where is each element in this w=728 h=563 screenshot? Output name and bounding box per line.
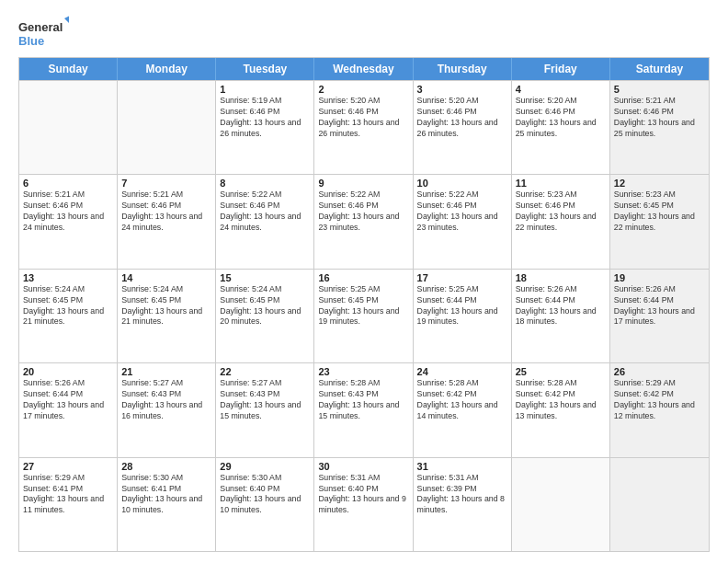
header-friday: Friday: [512, 58, 610, 80]
day-number: 14: [121, 272, 211, 283]
cal-cell-4-2: 29Sunrise: 5:30 AM Sunset: 6:40 PM Dayli…: [216, 458, 314, 551]
cal-cell-3-3: 23Sunrise: 5:28 AM Sunset: 6:43 PM Dayli…: [314, 363, 413, 456]
day-number: 26: [614, 366, 705, 377]
cal-cell-2-5: 18Sunrise: 5:26 AM Sunset: 6:44 PM Dayli…: [512, 270, 610, 362]
day-info: Sunrise: 5:22 AM Sunset: 6:46 PM Dayligh…: [220, 190, 310, 234]
cal-cell-0-4: 3Sunrise: 5:20 AM Sunset: 6:46 PM Daylig…: [414, 81, 512, 174]
day-info: Sunrise: 5:30 AM Sunset: 6:40 PM Dayligh…: [220, 473, 310, 517]
cal-cell-1-2: 8Sunrise: 5:22 AM Sunset: 6:46 PM Daylig…: [216, 175, 314, 268]
day-number: 27: [23, 461, 113, 472]
week-row-2: 6Sunrise: 5:21 AM Sunset: 6:46 PM Daylig…: [19, 174, 709, 268]
cal-cell-1-4: 10Sunrise: 5:22 AM Sunset: 6:46 PM Dayli…: [414, 175, 512, 268]
day-number: 15: [220, 272, 310, 283]
day-number: 8: [220, 178, 310, 189]
page: General Blue SundayMondayTuesdayWednesda…: [0, 0, 728, 563]
day-number: 24: [417, 366, 507, 377]
cal-cell-2-4: 17Sunrise: 5:25 AM Sunset: 6:44 PM Dayli…: [414, 270, 512, 362]
day-info: Sunrise: 5:26 AM Sunset: 6:44 PM Dayligh…: [516, 284, 606, 328]
day-info: Sunrise: 5:28 AM Sunset: 6:43 PM Dayligh…: [318, 378, 408, 422]
cal-cell-2-6: 19Sunrise: 5:26 AM Sunset: 6:44 PM Dayli…: [610, 270, 709, 362]
cal-cell-1-1: 7Sunrise: 5:21 AM Sunset: 6:46 PM Daylig…: [118, 175, 216, 268]
day-number: 1: [220, 84, 310, 95]
cal-cell-0-0: [19, 81, 118, 174]
cal-cell-4-0: 27Sunrise: 5:29 AM Sunset: 6:41 PM Dayli…: [19, 458, 118, 551]
cal-cell-4-6: [610, 458, 709, 551]
day-info: Sunrise: 5:20 AM Sunset: 6:46 PM Dayligh…: [318, 96, 408, 140]
calendar-header: SundayMondayTuesdayWednesdayThursdayFrid…: [19, 58, 709, 80]
header-thursday: Thursday: [414, 58, 512, 80]
header-sunday: Sunday: [19, 58, 118, 80]
day-info: Sunrise: 5:25 AM Sunset: 6:45 PM Dayligh…: [318, 284, 408, 328]
day-number: 21: [121, 366, 211, 377]
day-info: Sunrise: 5:25 AM Sunset: 6:44 PM Dayligh…: [417, 284, 507, 328]
day-info: Sunrise: 5:23 AM Sunset: 6:45 PM Dayligh…: [614, 190, 705, 234]
calendar: SundayMondayTuesdayWednesdayThursdayFrid…: [18, 57, 710, 552]
cal-cell-0-1: [118, 81, 216, 174]
day-number: 5: [614, 84, 705, 95]
day-info: Sunrise: 5:24 AM Sunset: 6:45 PM Dayligh…: [121, 284, 211, 328]
day-number: 18: [516, 272, 606, 283]
week-row-3: 13Sunrise: 5:24 AM Sunset: 6:45 PM Dayli…: [19, 269, 709, 362]
day-number: 31: [417, 461, 507, 472]
day-number: 19: [614, 272, 705, 283]
logo-svg: General Blue: [18, 15, 69, 52]
cal-cell-3-1: 21Sunrise: 5:27 AM Sunset: 6:43 PM Dayli…: [118, 363, 216, 456]
day-number: 22: [220, 366, 310, 377]
cal-cell-1-6: 12Sunrise: 5:23 AM Sunset: 6:45 PM Dayli…: [610, 175, 709, 268]
cal-cell-2-3: 16Sunrise: 5:25 AM Sunset: 6:45 PM Dayli…: [314, 270, 413, 362]
cal-cell-3-5: 25Sunrise: 5:28 AM Sunset: 6:42 PM Dayli…: [512, 363, 610, 456]
day-info: Sunrise: 5:20 AM Sunset: 6:46 PM Dayligh…: [516, 96, 606, 140]
day-info: Sunrise: 5:19 AM Sunset: 6:46 PM Dayligh…: [220, 96, 310, 140]
cal-cell-3-2: 22Sunrise: 5:27 AM Sunset: 6:43 PM Dayli…: [216, 363, 314, 456]
day-info: Sunrise: 5:29 AM Sunset: 6:41 PM Dayligh…: [23, 473, 113, 517]
day-info: Sunrise: 5:21 AM Sunset: 6:46 PM Dayligh…: [23, 190, 113, 234]
cal-cell-4-4: 31Sunrise: 5:31 AM Sunset: 6:39 PM Dayli…: [414, 458, 512, 551]
day-number: 3: [417, 84, 507, 95]
day-info: Sunrise: 5:22 AM Sunset: 6:46 PM Dayligh…: [318, 190, 408, 234]
day-info: Sunrise: 5:20 AM Sunset: 6:46 PM Dayligh…: [417, 96, 507, 140]
day-number: 6: [23, 178, 113, 189]
day-info: Sunrise: 5:28 AM Sunset: 6:42 PM Dayligh…: [417, 378, 507, 422]
calendar-body: 1Sunrise: 5:19 AM Sunset: 6:46 PM Daylig…: [19, 80, 709, 551]
cal-cell-3-0: 20Sunrise: 5:26 AM Sunset: 6:44 PM Dayli…: [19, 363, 118, 456]
cal-cell-0-2: 1Sunrise: 5:19 AM Sunset: 6:46 PM Daylig…: [216, 81, 314, 174]
day-number: 4: [516, 84, 606, 95]
cal-cell-2-2: 15Sunrise: 5:24 AM Sunset: 6:45 PM Dayli…: [216, 270, 314, 362]
week-row-5: 27Sunrise: 5:29 AM Sunset: 6:41 PM Dayli…: [19, 457, 709, 551]
day-number: 25: [516, 366, 606, 377]
cal-cell-4-1: 28Sunrise: 5:30 AM Sunset: 6:41 PM Dayli…: [118, 458, 216, 551]
day-info: Sunrise: 5:21 AM Sunset: 6:46 PM Dayligh…: [614, 96, 705, 140]
cal-cell-1-0: 6Sunrise: 5:21 AM Sunset: 6:46 PM Daylig…: [19, 175, 118, 268]
header: General Blue: [18, 15, 710, 52]
header-wednesday: Wednesday: [314, 58, 413, 80]
day-number: 29: [220, 461, 310, 472]
header-tuesday: Tuesday: [216, 58, 314, 80]
week-row-1: 1Sunrise: 5:19 AM Sunset: 6:46 PM Daylig…: [19, 80, 709, 174]
svg-text:Blue: Blue: [18, 34, 44, 48]
day-info: Sunrise: 5:22 AM Sunset: 6:46 PM Dayligh…: [417, 190, 507, 234]
cal-cell-1-3: 9Sunrise: 5:22 AM Sunset: 6:46 PM Daylig…: [314, 175, 413, 268]
day-number: 2: [318, 84, 408, 95]
day-info: Sunrise: 5:26 AM Sunset: 6:44 PM Dayligh…: [614, 284, 705, 328]
day-info: Sunrise: 5:26 AM Sunset: 6:44 PM Dayligh…: [23, 378, 113, 422]
day-info: Sunrise: 5:24 AM Sunset: 6:45 PM Dayligh…: [220, 284, 310, 328]
day-info: Sunrise: 5:30 AM Sunset: 6:41 PM Dayligh…: [121, 473, 211, 517]
day-info: Sunrise: 5:29 AM Sunset: 6:42 PM Dayligh…: [614, 378, 705, 422]
cal-cell-1-5: 11Sunrise: 5:23 AM Sunset: 6:46 PM Dayli…: [512, 175, 610, 268]
day-number: 23: [318, 366, 408, 377]
day-info: Sunrise: 5:23 AM Sunset: 6:46 PM Dayligh…: [516, 190, 606, 234]
day-number: 12: [614, 178, 705, 189]
cal-cell-0-3: 2Sunrise: 5:20 AM Sunset: 6:46 PM Daylig…: [314, 81, 413, 174]
day-info: Sunrise: 5:24 AM Sunset: 6:45 PM Dayligh…: [23, 284, 113, 328]
day-number: 17: [417, 272, 507, 283]
svg-marker-2: [64, 15, 69, 26]
day-number: 20: [23, 366, 113, 377]
cal-cell-2-1: 14Sunrise: 5:24 AM Sunset: 6:45 PM Dayli…: [118, 270, 216, 362]
svg-text:General: General: [18, 20, 63, 34]
day-number: 9: [318, 178, 408, 189]
day-number: 30: [318, 461, 408, 472]
header-monday: Monday: [118, 58, 216, 80]
day-info: Sunrise: 5:28 AM Sunset: 6:42 PM Dayligh…: [516, 378, 606, 422]
cal-cell-3-4: 24Sunrise: 5:28 AM Sunset: 6:42 PM Dayli…: [414, 363, 512, 456]
day-number: 7: [121, 178, 211, 189]
